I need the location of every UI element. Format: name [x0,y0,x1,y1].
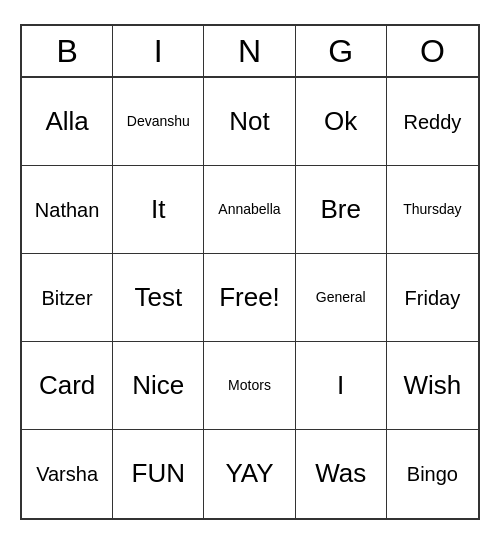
bingo-cell-22: YAY [204,430,295,518]
bingo-cell-9: Thursday [387,166,478,254]
header-letter-n: N [204,26,295,76]
bingo-cell-text-21: FUN [132,458,185,489]
bingo-cell-text-13: General [316,289,366,306]
header-letter-b: B [22,26,113,76]
bingo-cell-text-7: Annabella [218,201,280,218]
bingo-cell-text-23: Was [315,458,366,489]
bingo-cell-6: It [113,166,204,254]
bingo-cell-text-0: Alla [45,106,88,137]
bingo-cell-11: Test [113,254,204,342]
bingo-cell-text-15: Card [39,370,95,401]
bingo-cell-text-1: Devanshu [127,113,190,130]
bingo-cell-16: Nice [113,342,204,430]
bingo-cell-text-12: Free! [219,282,280,313]
bingo-cell-4: Reddy [387,78,478,166]
bingo-cell-12: Free! [204,254,295,342]
bingo-cell-5: Nathan [22,166,113,254]
bingo-cell-text-17: Motors [228,377,271,394]
bingo-cell-2: Not [204,78,295,166]
bingo-cell-7: Annabella [204,166,295,254]
bingo-cell-text-11: Test [134,282,182,313]
bingo-cell-24: Bingo [387,430,478,518]
bingo-cell-text-16: Nice [132,370,184,401]
bingo-cell-23: Was [296,430,387,518]
bingo-cell-15: Card [22,342,113,430]
bingo-cell-14: Friday [387,254,478,342]
bingo-cell-text-20: Varsha [36,462,98,486]
bingo-cell-text-10: Bitzer [42,286,93,310]
bingo-cell-0: Alla [22,78,113,166]
bingo-cell-text-19: Wish [404,370,462,401]
bingo-header: BINGO [22,26,478,78]
bingo-card: BINGO AllaDevanshuNotOkReddyNathanItAnna… [20,24,480,520]
bingo-cell-18: I [296,342,387,430]
bingo-cell-19: Wish [387,342,478,430]
bingo-cell-text-2: Not [229,106,269,137]
header-letter-i: I [113,26,204,76]
bingo-cell-text-18: I [337,370,344,401]
bingo-cell-1: Devanshu [113,78,204,166]
bingo-cell-text-4: Reddy [403,110,461,134]
bingo-cell-text-3: Ok [324,106,357,137]
bingo-cell-8: Bre [296,166,387,254]
bingo-cell-text-6: It [151,194,165,225]
bingo-cell-text-22: YAY [225,458,273,489]
bingo-cell-13: General [296,254,387,342]
bingo-grid: AllaDevanshuNotOkReddyNathanItAnnabellaB… [22,78,478,518]
bingo-cell-20: Varsha [22,430,113,518]
header-letter-o: O [387,26,478,76]
bingo-cell-text-5: Nathan [35,198,100,222]
bingo-cell-text-24: Bingo [407,462,458,486]
bingo-cell-text-8: Bre [320,194,360,225]
bingo-cell-10: Bitzer [22,254,113,342]
bingo-cell-text-14: Friday [405,286,461,310]
bingo-cell-text-9: Thursday [403,201,461,218]
header-letter-g: G [296,26,387,76]
bingo-cell-21: FUN [113,430,204,518]
bingo-cell-3: Ok [296,78,387,166]
bingo-cell-17: Motors [204,342,295,430]
